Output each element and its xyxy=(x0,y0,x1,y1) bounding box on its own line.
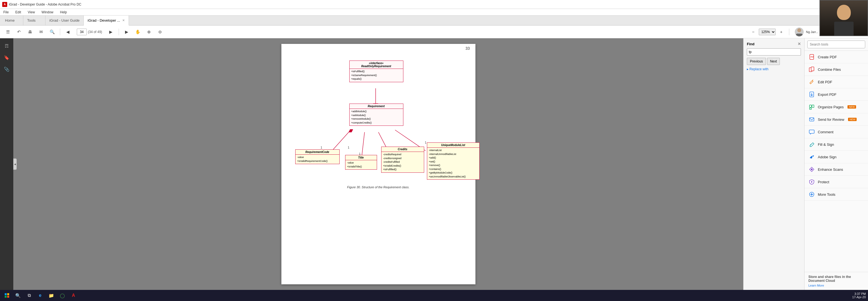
webcam-head xyxy=(837,5,851,20)
tool-more-tools[interactable]: More Tools xyxy=(805,188,868,201)
pdf-page-container[interactable]: 33 xyxy=(13,38,743,290)
page-total-label: (34 of 49) xyxy=(88,30,102,34)
uml-class-credits-body: -creditsRequired -creditsAssigned -credi… xyxy=(381,152,424,172)
svg-text:PDF: PDF xyxy=(811,56,814,58)
tool-create-pdf[interactable]: PDF Create PDF xyxy=(805,51,868,63)
zoom-select[interactable]: 125% 100% 75% 50% xyxy=(759,29,776,35)
create-pdf-icon: PDF xyxy=(808,54,815,60)
webcam-overlay xyxy=(819,0,868,36)
sidebar-bookmarks-icon[interactable]: 🔖 xyxy=(1,52,12,63)
svg-line-16 xyxy=(812,80,813,81)
uml-class-credits-header: Credits xyxy=(381,147,424,152)
svg-point-23 xyxy=(811,168,812,170)
print-button[interactable]: 🖶 xyxy=(26,27,34,36)
send-review-badge: NEW xyxy=(848,118,857,121)
find-input-row xyxy=(747,48,801,56)
sidebar-thumbnails-icon[interactable]: ☶ xyxy=(1,40,12,51)
search-button[interactable]: 🔍 xyxy=(48,27,57,36)
multiplicity-1: 1 xyxy=(321,146,322,149)
taskbar-task-view-button[interactable]: ⧉ xyxy=(24,291,34,300)
zoom-in-button[interactable]: ⊕ xyxy=(145,27,153,36)
user-name-label: Ng Jarr... xyxy=(806,30,818,34)
uml-class-uniquemodulelist-body: -internalList -internalUnmodifiableList … xyxy=(427,148,479,180)
pages-panel-button[interactable]: ☰ xyxy=(3,27,12,36)
find-previous-button[interactable]: Previous xyxy=(747,58,766,65)
organize-pages-icon xyxy=(808,104,815,110)
zoom-control: − 125% 100% 75% 50% + xyxy=(749,27,786,36)
tool-fill-sign[interactable]: Fill & Sign xyxy=(805,138,868,151)
svg-rect-30 xyxy=(7,293,9,295)
uml-class-title-body: -value +isValidTitle() xyxy=(345,160,377,169)
zoom-increase-button[interactable]: + xyxy=(777,27,786,36)
edit-pdf-icon xyxy=(808,79,815,85)
svg-line-5 xyxy=(362,132,365,156)
left-sidebar: ☶ 🔖 📎 xyxy=(0,38,13,290)
find-close-icon[interactable]: ✕ xyxy=(798,42,801,46)
tool-enhance-scans[interactable]: Enhance Scans xyxy=(805,163,868,176)
find-next-button[interactable]: Next xyxy=(767,58,780,65)
replace-toggle[interactable]: ▸ Replace with xyxy=(747,67,801,71)
tool-edit-pdf[interactable]: Edit PDF xyxy=(805,76,868,88)
select-tool-button[interactable]: ▶ xyxy=(122,27,131,36)
right-tools-panel: PDF Create PDF Combine Files Edit PDF Ex… xyxy=(804,38,868,290)
find-search-input[interactable] xyxy=(747,48,801,56)
tool-protect[interactable]: Protect xyxy=(805,176,868,188)
svg-rect-29 xyxy=(5,293,7,295)
menu-help[interactable]: Help xyxy=(59,10,68,15)
app-icon: A xyxy=(2,2,7,7)
hand-tool-button[interactable]: ✋ xyxy=(133,27,142,36)
taskbar-time: 3:37 PM xyxy=(852,292,866,296)
email-button[interactable]: ✉ xyxy=(37,27,45,36)
tab-user-guide[interactable]: iGrad - User Guide xyxy=(45,16,84,25)
back-button[interactable]: ↶ xyxy=(14,27,23,36)
taskbar: 🔍 ⧉ e 📁 ◯ A 3:37 PM 17-Apr-20 xyxy=(0,290,868,301)
tool-organize-pages[interactable]: Organize Pages NEW xyxy=(805,101,868,113)
taskbar-clock: 3:37 PM 17-Apr-20 xyxy=(852,292,866,299)
prev-page-button[interactable]: ◀ xyxy=(63,27,72,36)
protect-icon xyxy=(808,179,815,185)
taskbar-search-button[interactable]: 🔍 xyxy=(13,291,23,300)
uml-class-requirementcode-body: -value +isValidRequirementCode() xyxy=(296,155,339,164)
tab-tools[interactable]: Tools xyxy=(23,16,45,25)
uml-class-uniquemodulelist: UniqueModuleList -internalList -internal… xyxy=(427,142,479,180)
menu-file[interactable]: File xyxy=(2,10,10,15)
taskbar-chrome-button[interactable]: ◯ xyxy=(58,291,67,300)
sidebar-attachments-icon[interactable]: 📎 xyxy=(1,64,12,75)
user-avatar xyxy=(795,27,804,36)
taskbar-start-button[interactable] xyxy=(2,291,12,300)
svg-rect-15 xyxy=(811,67,814,71)
uml-class-requirementcode-header: RequirementCode xyxy=(296,150,339,155)
tab-close-icon[interactable]: ✕ xyxy=(122,19,125,22)
adobe-sign-icon xyxy=(808,154,815,160)
next-page-button[interactable]: ▶ xyxy=(106,27,115,36)
tool-comment[interactable]: Comment xyxy=(805,126,868,138)
panel-collapse-handle[interactable]: ◀ xyxy=(13,159,17,170)
search-tools-input[interactable] xyxy=(807,40,865,48)
tab-home[interactable]: Home xyxy=(1,16,23,25)
taskbar-acrobat-button[interactable]: A xyxy=(69,291,78,300)
send-for-review-icon xyxy=(808,116,815,123)
svg-rect-31 xyxy=(5,296,7,298)
tool-send-for-review[interactable]: Send for Review NEW xyxy=(805,113,868,126)
taskbar-edge-button[interactable]: e xyxy=(35,291,45,300)
organize-pages-badge: NEW xyxy=(847,105,856,109)
uml-class-readonlyrequirement: «interface»ReadOnlyRequirement +isFulfil… xyxy=(349,60,403,82)
uml-class-requirement-header: Requirement xyxy=(349,104,403,109)
page-number-input[interactable] xyxy=(77,29,87,35)
tool-combine-files[interactable]: Combine Files xyxy=(805,63,868,76)
menu-edit[interactable]: Edit xyxy=(14,10,22,15)
taskbar-file-explorer-button[interactable]: 📁 xyxy=(46,291,56,300)
zoom-decrease-button[interactable]: − xyxy=(749,27,758,36)
tool-adobe-sign[interactable]: Adobe Sign xyxy=(805,151,868,163)
zoom-out-button[interactable]: ⊖ xyxy=(156,27,164,36)
menu-window[interactable]: Window xyxy=(40,10,55,15)
uml-class-requirementcode: RequirementCode -value +isValidRequireme… xyxy=(295,149,340,164)
menu-view[interactable]: View xyxy=(27,10,36,15)
toolbar-separator-2 xyxy=(119,29,119,35)
learn-more-link[interactable]: Learn More xyxy=(808,284,824,287)
tool-export-pdf[interactable]: Export PDF xyxy=(805,88,868,101)
uml-class-readonlyrequirement-body: +isFulfilled() +isSameRequirement() +equ… xyxy=(349,69,403,82)
uml-class-credits: Credits -creditsRequired -creditsAssigne… xyxy=(381,146,424,173)
tab-developer[interactable]: iGrad - Developer ... ✕ xyxy=(84,16,129,26)
toolbar: ☰ ↶ 🖶 ✉ 🔍 ◀ (34 of 49) ▶ ▶ ✋ ⊕ ⊖ − 125% … xyxy=(0,26,868,38)
